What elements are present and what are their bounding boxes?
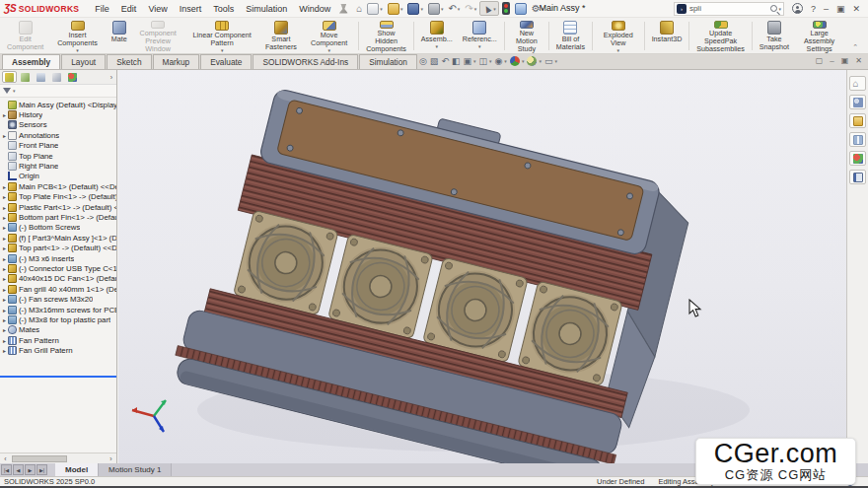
open-button[interactable]: ▾ <box>386 2 405 16</box>
display-style-button[interactable]: ◫▾ <box>478 55 491 67</box>
tab-evaluate[interactable]: Evaluate <box>200 54 252 69</box>
tree-item[interactable]: ▸Fan grill 40 x40mm 1<1> (Defaul <box>1 284 116 294</box>
tab-nav-3[interactable]: ▶| <box>36 464 47 475</box>
tree-filter-row[interactable]: ▾ <box>0 85 116 98</box>
bill-of-materials-button[interactable]: Bill of Materials <box>551 19 590 53</box>
tab-motion-study-1[interactable]: Motion Study 1 <box>99 463 172 476</box>
expand-arrow-icon[interactable]: ▸ <box>1 347 8 354</box>
insert-components-caret-icon[interactable]: ▾ <box>76 48 79 53</box>
tree-item[interactable]: ▸Bottom part Fin<1> -> (Default) <box>1 212 116 222</box>
tree-item[interactable]: ▸Plastic Part<1> -> (Default) <<D <box>1 202 116 212</box>
assemb-caret-icon[interactable]: ▾ <box>435 44 438 49</box>
save-button[interactable]: ▾ <box>405 2 425 16</box>
menu-tools[interactable]: Tools <box>207 2 240 16</box>
expand-arrow-icon[interactable]: ▸ <box>1 296 8 303</box>
docwin-restore-button[interactable]: ▣ <box>841 56 849 65</box>
tab-simulation[interactable]: Simulation <box>359 54 417 69</box>
apply-scene-caret-icon[interactable]: ▾ <box>539 58 542 64</box>
referenc-caret-icon[interactable]: ▾ <box>478 44 481 49</box>
tree-item[interactable]: Top Plane <box>1 151 116 161</box>
tree-item[interactable]: ▸Annotations <box>1 130 116 140</box>
menu-insert[interactable]: Insert <box>174 2 208 16</box>
view-orientation-caret-icon[interactable]: ▾ <box>473 58 476 64</box>
scrollbar-thumb[interactable] <box>12 455 67 462</box>
move-component-button[interactable]: Move Component▾ <box>302 19 356 53</box>
tree-item[interactable]: Main Assy (Default) <Display State-1 <box>1 100 116 109</box>
tab-nav-0[interactable]: |◀ <box>1 464 12 475</box>
home-button[interactable]: ⌂ <box>354 2 364 15</box>
open-caret-icon[interactable]: ▾ <box>400 6 403 12</box>
view-palette-button[interactable] <box>849 132 866 147</box>
pin-icon[interactable] <box>338 4 348 14</box>
expand-arrow-icon[interactable]: ▸ <box>1 286 8 293</box>
design-library-button[interactable] <box>849 113 866 128</box>
tree-horizontal-scrollbar[interactable]: ‹ › <box>0 453 116 463</box>
search-box[interactable]: › ▾ <box>674 2 784 16</box>
expand-arrow-icon[interactable]: ▸ <box>1 255 8 262</box>
tab-model[interactable]: Model <box>55 463 99 476</box>
view-orientation-button[interactable]: ▣▾ <box>463 55 475 67</box>
expand-arrow-icon[interactable]: ▸ <box>1 183 8 190</box>
previous-view-button[interactable]: ↶ <box>441 55 449 67</box>
search-scope-icon[interactable]: › <box>677 4 687 14</box>
hide-show-items-button[interactable]: ◉▾ <box>495 55 507 67</box>
move-component-caret-icon[interactable]: ▾ <box>327 48 330 53</box>
tree-tabs-overflow-icon[interactable]: › <box>110 74 114 81</box>
view-settings-button[interactable]: ▭▾ <box>544 55 557 67</box>
expand-arrow-icon[interactable]: ▸ <box>1 337 8 344</box>
docwin-new-icon[interactable]: ▢ <box>816 56 824 65</box>
menu-file[interactable]: File <box>89 2 115 16</box>
tree-item[interactable]: Sensors <box>1 120 116 130</box>
expand-arrow-icon[interactable]: ▸ <box>1 204 8 211</box>
taskpane-resources-button[interactable] <box>849 95 866 109</box>
expand-arrow-icon[interactable]: ▸ <box>1 235 8 242</box>
redo-caret-icon[interactable]: ▾ <box>474 6 477 12</box>
tree-item[interactable]: ▸(-) Bottom Screws <box>1 223 116 233</box>
exploded-view-button[interactable]: Exploded View▾ <box>595 19 642 53</box>
tab-nav-2[interactable]: ▶ <box>25 464 36 475</box>
take-snapshot-button[interactable]: Take Snapshot <box>755 19 794 53</box>
expand-arrow-icon[interactable]: ▸ <box>1 326 8 333</box>
tree-item[interactable]: Right Plane <box>1 161 116 171</box>
tree-item[interactable]: ▸(-) M3 x6 inserts <box>1 253 116 263</box>
edit-appearance-caret-icon[interactable]: ▾ <box>522 58 525 64</box>
expand-arrow-icon[interactable]: ▸ <box>1 307 8 314</box>
undo-caret-icon[interactable]: ▾ <box>458 6 461 12</box>
view-settings-caret-icon[interactable]: ▾ <box>554 58 557 64</box>
undo-button[interactable]: ↶▾ <box>446 2 462 15</box>
tree-item[interactable]: ▸Top part<1> -> (Default) <<Defa <box>1 243 116 252</box>
docwin-minimize-button[interactable]: – <box>830 56 833 65</box>
scroll-left-icon[interactable]: ‹ <box>1 455 10 462</box>
help-button[interactable]: ? <box>811 4 816 14</box>
zoom-fit-button[interactable]: ◎ <box>419 55 427 67</box>
referenc-button[interactable]: Referenc...▾ <box>458 19 502 53</box>
expand-arrow-icon[interactable]: ▸ <box>1 132 8 139</box>
tree-item[interactable]: ▸(-) M3x8 for top plastic part <box>1 314 116 324</box>
exploded-view-caret-icon[interactable]: ▾ <box>617 48 620 53</box>
tree-item[interactable]: ▸(f) [ Part3^Main Assy ]<1> (Defa <box>1 233 116 243</box>
expand-arrow-icon[interactable]: ▸ <box>1 224 8 231</box>
graphics-viewport[interactable] <box>118 70 846 463</box>
taskpane-home-button[interactable]: ⌂ <box>849 76 866 91</box>
filter-caret-icon[interactable]: ▾ <box>13 88 16 94</box>
search-icon[interactable] <box>770 5 777 12</box>
new-document-caret-icon[interactable]: ▾ <box>380 6 383 12</box>
print-button[interactable]: ▾ <box>426 2 446 16</box>
appearances-button[interactable] <box>849 151 866 166</box>
search-caret-icon[interactable]: ▾ <box>778 6 781 12</box>
tab-sketch[interactable]: Sketch <box>107 54 151 69</box>
edit-appearance-button[interactable]: ▾ <box>510 56 525 66</box>
insert-components-button[interactable]: Insert Components▾ <box>48 19 107 53</box>
tab-solidworks-add-ins[interactable]: SOLIDWORKS Add-Ins <box>253 54 358 69</box>
zoom-area-button[interactable]: ▧ <box>430 55 439 67</box>
large-assembly-settings-button[interactable]: Large Assembly Settings <box>794 19 844 53</box>
save-caret-icon[interactable]: ▾ <box>420 6 423 12</box>
scroll-right-icon[interactable]: › <box>107 455 115 462</box>
tree-item[interactable]: ▸Fan Pattern <box>1 335 116 345</box>
tree-item[interactable]: Front Plane <box>1 141 116 151</box>
new-motion-study-button[interactable]: New Motion Study <box>507 19 546 53</box>
minimize-button[interactable]: – <box>824 4 829 14</box>
menu-window[interactable]: Window <box>293 2 336 16</box>
assembly-3d-model[interactable] <box>118 70 846 463</box>
tree-item[interactable]: ▸Main PCB<1> (Default) <<Defaul <box>1 181 116 191</box>
